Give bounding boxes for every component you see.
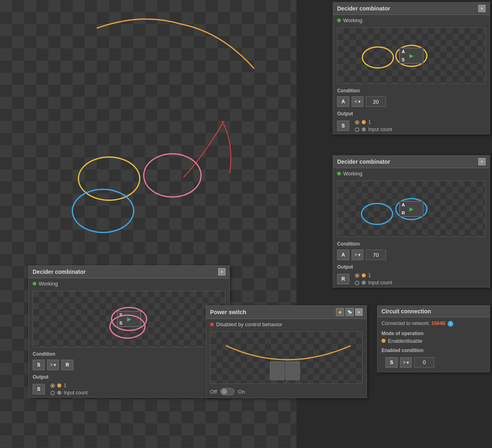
ps-icon-2[interactable]: 📡 xyxy=(346,308,354,316)
panel-title-dc3: Decider combinator xyxy=(33,269,85,275)
output-label-dc1: Output xyxy=(333,108,490,118)
condition-controls-dc2: A > ▾ xyxy=(333,248,490,262)
status-text-dc3: Working xyxy=(39,281,58,287)
mode-label: Mode of operation xyxy=(382,331,486,336)
svg-rect-0 xyxy=(270,362,284,380)
output-signal-btn-dc3[interactable]: S xyxy=(33,384,45,394)
preview-ps xyxy=(210,331,363,384)
status-dot-ps xyxy=(210,323,214,326)
panel-title-dc1: Decider combinator xyxy=(337,5,390,12)
status-row-ps: Disabled by control behavior xyxy=(206,319,367,330)
enabled-cond-controls: S > ▾ xyxy=(382,356,486,369)
panel-title-cc: Circuit connection xyxy=(382,308,431,315)
toggle-knob xyxy=(221,389,227,394)
output-label-dc2: Output xyxy=(333,262,490,271)
output-radio-group-dc3: 1 Input count xyxy=(50,383,88,396)
signal-s-btn-dc3[interactable]: S xyxy=(33,360,45,370)
status-text-ps: Disabled by control behavior xyxy=(216,321,282,327)
radio-item-1-dc2[interactable]: 1 xyxy=(355,273,392,278)
circle-yellow-panel xyxy=(362,46,394,69)
preview-dc1: A ▶ S xyxy=(337,27,486,84)
radio-item-1-dc3[interactable]: 1 xyxy=(50,383,88,388)
value-input-dc1[interactable] xyxy=(366,96,386,107)
output-label-dc3: Output xyxy=(29,372,229,381)
signal-s-btn-cc[interactable]: S xyxy=(386,357,398,368)
power-switch-panel: Power switch ⚡ 📡 × Disabled by control b… xyxy=(206,305,367,398)
close-button-dc3[interactable]: × xyxy=(218,268,225,275)
condition-label-dc3: Condition xyxy=(29,349,229,358)
decider-combinator-panel-2: Decider combinator × Working A ▶ R Condi… xyxy=(333,155,490,288)
combinator-icon-dc2: A ▶ R xyxy=(399,201,423,217)
circle-pink-panel xyxy=(109,315,146,339)
radio-item-2-dc1[interactable]: Input count xyxy=(355,127,392,132)
radio-item-2-dc2[interactable]: Input count xyxy=(355,280,392,285)
info-icon[interactable]: i xyxy=(448,321,453,327)
ps-preview-svg xyxy=(214,333,359,382)
radio-label-1-dc2: 1 xyxy=(368,273,371,278)
on-label: On xyxy=(238,389,245,395)
radio-label-1-dc3: 1 xyxy=(64,383,67,388)
condition-label-dc2: Condition xyxy=(333,239,490,248)
radio-label-2-dc1: Input count xyxy=(368,127,392,132)
output-signal-btn-dc2[interactable]: R xyxy=(337,274,349,284)
status-dot-dc2 xyxy=(337,172,341,175)
condition-label-dc1: Condition xyxy=(333,85,490,95)
operator-btn-cc[interactable]: > ▾ xyxy=(400,357,412,368)
status-dot-dc1 xyxy=(337,19,341,22)
signal-r-btn-dc3[interactable]: R xyxy=(61,360,73,370)
mode-value-row: Enable/disable xyxy=(382,338,486,344)
status-row-dc2: Working xyxy=(333,168,490,179)
operator-btn-dc3[interactable]: > ▾ xyxy=(47,360,59,370)
output-row-dc2: R 1 Input count xyxy=(333,271,490,287)
output-signal-btn-dc1[interactable]: S xyxy=(337,121,349,131)
state-row-ps: Off On xyxy=(206,385,367,398)
condition-controls-dc1: A < ▾ xyxy=(333,95,490,108)
status-row-dc3: Working xyxy=(29,278,229,289)
output-radio-group-dc2: 1 Input count xyxy=(355,273,392,285)
svg-rect-1 xyxy=(286,362,300,380)
mode-value-text: Enable/disable xyxy=(388,338,422,344)
value-input-cc[interactable] xyxy=(414,357,434,368)
radio-label-2-dc3: Input count xyxy=(64,390,88,396)
toggle-switch[interactable] xyxy=(220,388,235,395)
radio-label-2-dc2: Input count xyxy=(368,280,392,285)
ps-icon-1[interactable]: ⚡ xyxy=(336,308,344,316)
close-button-ps[interactable]: × xyxy=(355,308,363,316)
enabled-cond-label: Enabled condition xyxy=(382,348,486,353)
radio-dot-2-dc3 xyxy=(50,391,55,395)
circuit-connection-panel: Circuit connection Connected to network:… xyxy=(377,305,490,372)
close-button-dc1[interactable]: × xyxy=(478,5,486,12)
output-row-dc1: S 1 Input count xyxy=(333,118,490,134)
decider-combinator-panel-1: Decider combinator × Working A ▶ S Condi… xyxy=(333,2,490,134)
signal-a-btn-dc1[interactable]: A xyxy=(337,96,349,107)
output-row-dc3: S 1 Input count xyxy=(29,381,229,397)
panel-header-cc: Circuit connection xyxy=(377,306,490,317)
enabled-condition-section: Enabled condition S > ▾ xyxy=(377,345,490,372)
combinator-icon-dc1: A ▶ S xyxy=(399,48,423,64)
value-input-dc2[interactable] xyxy=(366,250,386,260)
circle-pink xyxy=(143,153,202,198)
network-value: 1684B xyxy=(431,321,445,326)
close-button-dc2[interactable]: × xyxy=(478,158,486,165)
radio-dot-1-dc1 xyxy=(355,120,359,125)
condition-controls-dc3: S > ▾ R xyxy=(29,358,229,372)
network-label: Connected to network: xyxy=(382,321,430,326)
operator-btn-dc1[interactable]: < ▾ xyxy=(352,96,363,107)
operator-btn-dc2[interactable]: > ▾ xyxy=(352,250,363,260)
radio-item-2-dc3[interactable]: Input count xyxy=(50,390,88,396)
circle-blue xyxy=(72,189,134,233)
status-text-dc2: Working xyxy=(343,171,362,177)
mode-section: Mode of operation Enable/disable xyxy=(377,328,490,345)
panel-header-dc1: Decider combinator × xyxy=(333,2,490,15)
panel-header-dc2: Decider combinator × xyxy=(333,156,490,168)
status-row-dc1: Working xyxy=(333,15,490,26)
radio-item-1-dc1[interactable]: 1 xyxy=(355,119,392,125)
panel-header-ps: Power switch ⚡ 📡 × xyxy=(206,306,367,319)
status-text-dc1: Working xyxy=(343,17,362,23)
enable-dot xyxy=(382,339,386,343)
ps-header-icons: ⚡ 📡 × xyxy=(336,308,363,316)
panel-title-dc2: Decider combinator xyxy=(337,158,390,165)
radio-dot-2-dc1 xyxy=(355,127,359,132)
off-label: Off xyxy=(210,389,217,395)
signal-a-btn-dc2[interactable]: A xyxy=(337,250,349,260)
